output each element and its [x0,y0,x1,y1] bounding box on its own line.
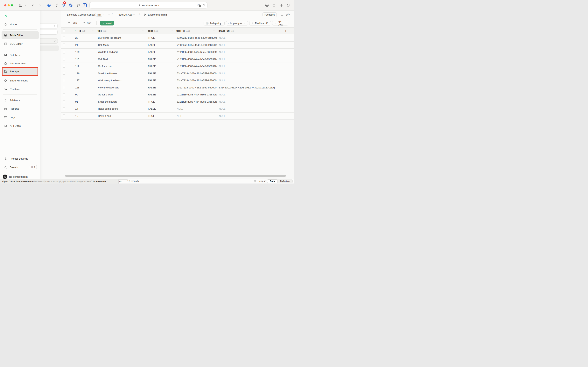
table-row[interactable]: 14 Read some books FALSE NULL NULL [61,105,294,113]
extension-spray-icon[interactable] [56,4,58,7]
cell-done[interactable]: TRUE [146,34,175,42]
api-docs-button[interactable]: API Docs [272,21,288,25]
sidebar-toggle-icon[interactable] [19,4,22,6]
cell-user-id[interactable]: e1f21f3b-d088-44a4-b8e5-936639fe59dd [175,56,217,63]
sidebar-item-storage[interactable]: Storage [2,68,38,75]
table-row[interactable]: 21 Call Mom FALSE 71f022a0-81be-4a46-ae9… [61,42,294,49]
table-row[interactable]: 15 Have a nap TRUE NULL NULL [61,113,294,120]
filter-button[interactable]: Filter [72,22,77,25]
cell-done[interactable]: FALSE [146,84,175,91]
inbox-icon[interactable] [281,14,283,16]
cell-image-url[interactable]: NULL [217,63,277,70]
table-row[interactable]: 111 Go for a run FALSE e1f21f3b-d088-44a… [61,63,294,70]
sidebar-item-table-editor[interactable]: Table Editor [1,31,39,39]
cell-done[interactable]: FALSE [146,105,175,112]
cell-done[interactable]: FALSE [146,56,175,63]
role-select[interactable]: role postgres [226,21,248,25]
tab-overview-icon[interactable] [287,4,290,7]
column-menu-icon[interactable] [213,31,215,31]
cell-done[interactable]: FALSE [146,70,175,77]
cell-user-id[interactable]: e1f21f3b-d088-44a4-b8e5-936639fe59dd [175,49,217,56]
org-breadcrumb[interactable]: Lakefield College School [67,13,95,16]
cell-title[interactable]: Read some books [96,105,146,112]
cell-image-url[interactable]: NULL [217,56,277,63]
row-checkbox[interactable] [63,51,65,53]
cell-id[interactable]: 90 [73,91,96,98]
cell-id[interactable]: 110 [73,56,96,63]
table-row[interactable]: 128 View the waterfalls FALSE 63ce7218-d… [61,84,294,91]
address-bar[interactable]: supabase.com A x [89,2,208,8]
auth-policy-button[interactable]: 1 Auth policy [204,21,225,25]
extension-i-icon[interactable]: I [83,3,87,7]
extension-speech-icon[interactable] [77,4,79,7]
forward-icon[interactable] [40,4,41,6]
sidebar-chevron-icon[interactable] [25,5,26,6]
sidebar-item-project-settings[interactable]: Project Settings [0,155,40,162]
column-menu-icon[interactable] [171,31,172,31]
cell-id[interactable]: 126 [73,70,96,77]
sidebar-item-database[interactable]: Database [0,52,40,58]
cell-title[interactable]: Go for a walk [96,91,146,98]
table-row[interactable]: 91 Smell the flowers TRUE e1f21f3b-d088-… [61,98,294,106]
extension-moon-icon[interactable] [48,4,50,7]
cell-user-id[interactable]: e1f21f3b-d088-44a4-b8e5-936639fe59dd [175,91,217,98]
cell-title[interactable]: Smell the flowers [96,70,146,77]
row-checkbox[interactable] [63,93,65,96]
table-options-icon[interactable]: ••• [53,47,57,49]
sidebar-item-home[interactable]: Home [0,21,40,28]
column-header-id[interactable]: id int8 [73,28,96,34]
row-checkbox[interactable] [63,79,65,82]
cell-id[interactable]: 21 [73,42,96,49]
downloads-icon[interactable] [265,4,268,7]
extension-1password-icon[interactable] [69,4,72,7]
new-tab-icon[interactable] [280,4,283,7]
supabase-logo[interactable] [5,14,7,18]
project-breadcrumb[interactable]: Todo List App [117,13,132,16]
reload-icon[interactable] [203,4,205,6]
cell-id[interactable]: 20 [73,34,96,42]
column-menu-icon[interactable] [143,31,144,31]
cell-title[interactable]: Go for a run [96,63,146,70]
row-checkbox[interactable] [63,65,65,68]
sidebar-item-authentication[interactable]: Authentication [0,60,40,67]
cell-user-id[interactable]: 63ce7218-d302-4262-a559-952600892124 [175,84,217,91]
cell-title[interactable]: Walk to Foodland [96,49,146,56]
cell-image-url[interactable]: NULL [217,113,277,120]
sidebar-item-edge-functions[interactable]: Edge Functions [0,77,40,84]
sidebar-item-search[interactable]: Search [0,164,27,170]
sidebar-item-sql-editor[interactable]: SQL Editor [0,41,40,47]
cell-user-id[interactable]: 63ce7218-d302-4262-a559-952600892124 [175,77,217,84]
enable-branching-button[interactable]: Enable branching [148,13,167,16]
cell-title[interactable]: Have a nap [96,113,146,120]
table-row[interactable]: 110 Call Dad FALSE e1f21f3b-d088-44a4-b8… [61,56,294,63]
select-all-header[interactable] [61,28,73,34]
row-checkbox[interactable] [63,58,65,60]
tab-definition[interactable]: Definition [278,179,293,183]
cell-title[interactable]: Call Mom [96,42,146,49]
cell-image-url[interactable]: NULL [217,98,277,105]
add-column-button[interactable]: + [277,28,294,34]
column-header-done[interactable]: done bool [146,28,175,34]
cell-title[interactable]: Walk along the beach [96,77,146,84]
cell-done[interactable]: FALSE [146,91,175,98]
cell-title[interactable]: View the waterfalls [96,84,146,91]
row-checkbox[interactable] [63,37,65,39]
org-switcher-icon[interactable] [109,14,109,15]
tab-data[interactable]: Data [267,179,278,183]
extension-cube-icon[interactable] [62,4,64,7]
column-menu-icon[interactable] [274,31,275,31]
back-icon[interactable] [32,4,33,6]
cell-title[interactable]: Smell the flowers [96,98,146,105]
cell-user-id[interactable]: NULL [175,113,217,120]
sort-button[interactable]: Sort [87,22,91,25]
cell-image-url[interactable]: 636450D2-662F-42D8-9F82-743920711CEA.jpe… [217,84,277,91]
row-checkbox[interactable] [63,86,65,89]
row-checkbox[interactable] [63,115,65,117]
sidebar-item-reports[interactable]: Reports [0,105,40,112]
cell-title[interactable]: Buy some ice cream [96,34,146,42]
cell-image-url[interactable]: NULL [217,91,277,98]
table-row[interactable]: 126 Smell the flowers FALSE 63ce7218-d30… [61,70,294,77]
table-row[interactable]: 90 Go for a walk FALSE e1f21f3b-d088-44a… [61,91,294,98]
cell-done[interactable]: TRUE [146,98,175,105]
cell-id[interactable]: 127 [73,77,96,84]
